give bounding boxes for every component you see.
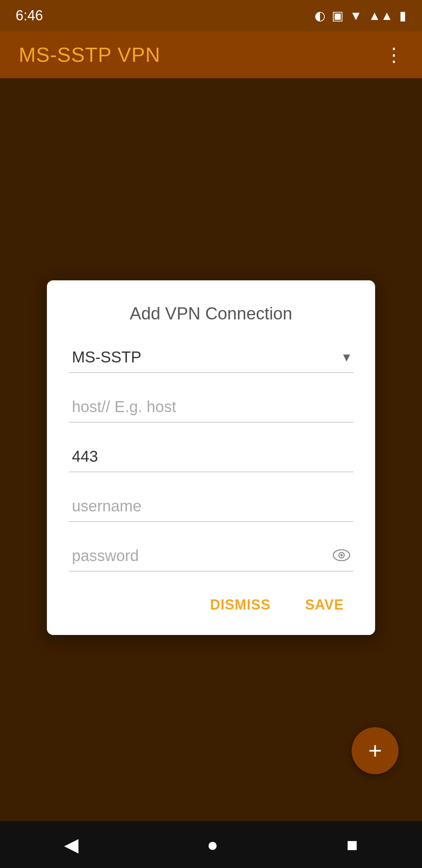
background-content: Add VPN Connection MS-SSTP ▾	[0, 78, 422, 837]
battery-icon: ▮	[399, 8, 406, 23]
password-visibility-toggle-icon[interactable]	[333, 547, 350, 565]
password-input-container	[69, 541, 353, 572]
username-input-container	[69, 491, 353, 522]
host-input-container	[69, 392, 353, 423]
more-menu-icon[interactable]: ⋮	[384, 44, 403, 66]
app-title: MS-SSTP VPN	[19, 43, 161, 66]
save-button[interactable]: SAVE	[296, 590, 353, 619]
app-bar: MS-SSTP VPN ⋮	[0, 31, 422, 78]
add-vpn-dialog: Add VPN Connection MS-SSTP ▾	[47, 280, 375, 635]
status-icons: ◐ ▣ ▼ ▲▲ ▮	[315, 8, 406, 23]
svg-point-2	[340, 554, 343, 556]
status-bar: 6:46 ◐ ▣ ▼ ▲▲ ▮	[0, 0, 422, 31]
nav-bar: ◀ ● ■	[0, 821, 422, 868]
vpn-type-dropdown[interactable]: MS-SSTP ▾	[69, 342, 353, 373]
dialog-title: Add VPN Connection	[69, 304, 353, 323]
fab-add-button[interactable]: +	[352, 727, 399, 774]
dropdown-arrow-icon: ▾	[343, 349, 350, 365]
dismiss-button[interactable]: DISMISS	[201, 590, 280, 619]
port-input-container	[69, 441, 353, 472]
dropdown-selected-value: MS-SSTP	[72, 348, 141, 366]
sd-icon: ▣	[332, 8, 343, 23]
status-time: 6:46	[16, 7, 43, 24]
password-input[interactable]	[72, 547, 327, 565]
wifi-icon: ▼	[350, 9, 362, 23]
nav-home-button[interactable]: ●	[207, 834, 218, 855]
host-input[interactable]	[72, 398, 350, 416]
signal-icon: ▲▲	[368, 9, 393, 23]
nav-recent-button[interactable]: ■	[347, 834, 358, 855]
nav-back-button[interactable]: ◀	[64, 834, 79, 855]
dialog-overlay: Add VPN Connection MS-SSTP ▾	[0, 78, 422, 837]
fab-add-icon: +	[368, 739, 382, 762]
sim-icon: ◐	[315, 8, 325, 23]
username-input[interactable]	[72, 497, 350, 515]
dialog-buttons: DISMISS SAVE	[69, 590, 353, 619]
port-input[interactable]	[72, 448, 350, 465]
